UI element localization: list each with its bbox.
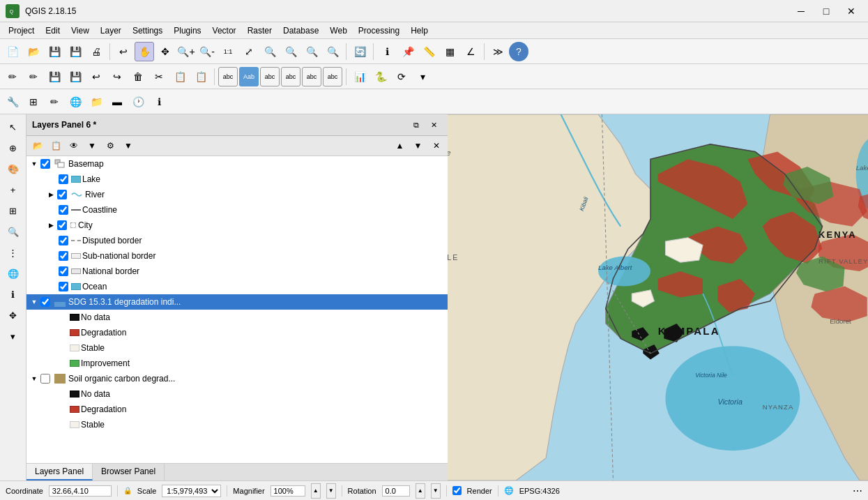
browser-panel-tab[interactable]: Browser Panel (93, 464, 165, 480)
lt-copy-btn[interactable]: 📋 (47, 137, 64, 154)
pan-button[interactable]: ✋ (135, 42, 154, 61)
save-button[interactable]: 💾 (45, 42, 64, 61)
label-btn1[interactable]: abc (218, 67, 238, 86)
measure-angle-button[interactable]: ∠ (461, 42, 480, 61)
zoom-actual-button[interactable]: 1:1 (218, 42, 238, 61)
panel-tabs[interactable]: Layers Panel Browser Panel (26, 463, 448, 480)
clock-button[interactable]: 🕐 (128, 92, 148, 112)
new-project-button[interactable]: 📄 (3, 42, 22, 61)
side-move-btn[interactable]: ✥ (3, 305, 23, 325)
menu-layer[interactable]: Layer (95, 24, 127, 37)
side-color-btn[interactable]: 🎨 (3, 159, 23, 179)
maximize-button[interactable]: □ (815, 4, 837, 18)
side-search-btn[interactable]: 🔍 (3, 222, 23, 241)
disputed-border-item[interactable]: Disputed border (26, 233, 448, 248)
soil-nodata-item[interactable]: No data (26, 386, 448, 402)
measure-area-button[interactable]: ▦ (440, 42, 459, 61)
sub-national-checkbox[interactable] (59, 251, 68, 261)
label-btn3[interactable]: abc (260, 67, 280, 86)
basemap-checkbox[interactable] (40, 159, 50, 169)
delete-button[interactable]: 🗑 (128, 67, 148, 86)
redo-edit-button[interactable]: ↪ (107, 67, 127, 86)
city-item[interactable]: ▶ City (26, 218, 448, 233)
menu-vector[interactable]: Vector (207, 24, 242, 37)
river-expand[interactable]: ▶ (46, 190, 56, 199)
rotation-up-btn[interactable]: ▲ (416, 483, 425, 499)
folder2-button[interactable]: 📁 (86, 92, 106, 112)
zoom-last-button[interactable]: 🔍 (302, 42, 321, 61)
menu-settings[interactable]: Settings (127, 24, 168, 37)
magnifier-input[interactable] (271, 485, 305, 497)
soil-expand[interactable]: ▼ (29, 374, 39, 384)
print-button[interactable]: 🖨 (86, 42, 106, 61)
draw-button[interactable]: ✏ (45, 92, 64, 112)
close-button[interactable]: ✕ (840, 4, 862, 18)
lt-arrow-btn[interactable]: ▼ (120, 137, 137, 154)
coastline-checkbox[interactable] (59, 205, 68, 215)
label-btn4[interactable]: abc (281, 67, 300, 86)
measure-button[interactable]: 📏 (419, 42, 439, 61)
rotation-down-btn[interactable]: ▼ (431, 483, 441, 499)
basemap-expand-arrow[interactable]: ▼ (29, 159, 39, 169)
sub-national-item[interactable]: Sub-national border (26, 248, 448, 264)
save-edits-button[interactable]: 💾 (45, 67, 64, 86)
menu-view[interactable]: View (66, 24, 95, 37)
info2-button[interactable]: ℹ (149, 92, 169, 112)
side-filter-btn[interactable]: ⋮ (3, 243, 23, 262)
refresh-button[interactable]: 🔄 (350, 42, 370, 61)
ocean-checkbox[interactable] (59, 282, 68, 291)
label-btn2[interactable]: Aab (239, 67, 259, 86)
cut-button[interactable]: ✂ (149, 67, 169, 86)
minimize-button[interactable]: ─ (790, 4, 812, 18)
soil-checkbox[interactable] (40, 374, 50, 384)
diagram-button[interactable]: 📊 (350, 67, 370, 86)
side-plus-btn[interactable]: + (3, 180, 23, 199)
menu-raster[interactable]: Raster (242, 24, 277, 37)
ocean-item[interactable]: Ocean (26, 279, 448, 294)
zoom-layer-button[interactable]: 🔍 (281, 42, 300, 61)
render-checkbox[interactable] (452, 486, 462, 495)
lake-checkbox[interactable] (59, 174, 68, 184)
edit-pencil2-button[interactable]: ✏ (24, 67, 43, 86)
lt-down2-btn[interactable]: ▼ (410, 137, 427, 154)
zoom-selection-button[interactable]: 🔍 (260, 42, 280, 61)
dropdown-arrow[interactable]: ▾ (413, 67, 432, 86)
layers-panel-tab[interactable]: Layers Panel (26, 464, 93, 480)
lt-visible-btn[interactable]: 👁 (66, 137, 82, 154)
more-tools-button[interactable]: ≫ (488, 42, 508, 61)
zoom-out-button[interactable]: 🔍- (197, 42, 217, 61)
side-select-btn[interactable]: ↖ (3, 117, 23, 137)
magnifier-down-btn[interactable]: ▼ (326, 483, 336, 499)
river-checkbox[interactable] (57, 190, 67, 199)
undo-edit-button[interactable]: ↩ (86, 67, 106, 86)
grid-button[interactable]: ⊞ (24, 92, 43, 112)
select-location-button[interactable]: 📌 (398, 42, 418, 61)
wrench-button[interactable]: 🔧 (3, 92, 22, 112)
magnifier-up-btn[interactable]: ▲ (311, 483, 321, 499)
zoom-in-button[interactable]: 🔍+ (176, 42, 196, 61)
sdg-group[interactable]: ▼ SDG 15.3.1 degradation indi... (26, 294, 448, 310)
edit-pencil-button[interactable]: ✏ (3, 67, 22, 86)
copy-button[interactable]: 📋 (170, 67, 190, 86)
lt-up-btn[interactable]: ▲ (392, 137, 409, 154)
side-info-btn[interactable]: ℹ (3, 285, 23, 304)
rotation-input[interactable] (382, 485, 410, 497)
label-btn6[interactable]: abc (323, 67, 342, 86)
side-globe2-btn[interactable]: 🌐 (3, 264, 23, 283)
menu-web[interactable]: Web (324, 24, 352, 37)
refresh2-button[interactable]: ⟳ (392, 67, 411, 86)
menu-plugins[interactable]: Plugins (168, 24, 206, 37)
sdg-expand[interactable]: ▼ (29, 297, 39, 307)
national-border-checkbox[interactable] (59, 266, 68, 276)
layers-panel-close-btn[interactable]: ✕ (427, 117, 442, 132)
open-project-button[interactable]: 📂 (24, 42, 43, 61)
status-menu-btn[interactable]: ⋯ (853, 485, 862, 497)
lt-remove-btn[interactable]: ✕ (428, 137, 445, 154)
undo-button[interactable]: ↩ (114, 42, 133, 61)
lt-open-btn[interactable]: 📂 (29, 137, 46, 154)
window-controls[interactable]: ─ □ ✕ (790, 4, 862, 18)
sdg-degradation-item[interactable]: Degradation (26, 325, 448, 340)
pan-map-button[interactable]: ✥ (155, 42, 175, 61)
zoom-next-button[interactable]: 🔍 (323, 42, 342, 61)
minus-button[interactable]: ▬ (107, 92, 127, 112)
